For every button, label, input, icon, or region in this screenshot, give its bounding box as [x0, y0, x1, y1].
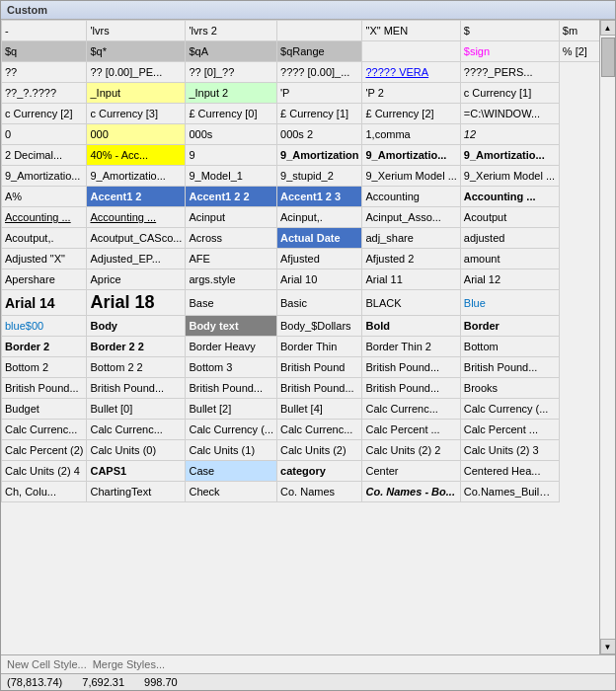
grid-cell[interactable]: £ Currency [2]: [362, 104, 460, 124]
grid-cell[interactable]: Arial 10: [277, 269, 362, 290]
grid-cell[interactable]: Border Thin 2: [362, 337, 460, 357]
grid-cell[interactable]: $q*: [87, 41, 186, 62]
grid-cell[interactable]: args.style: [186, 269, 277, 290]
grid-cell[interactable]: Border: [460, 316, 559, 337]
grid-cell[interactable]: 9_Amortization: [277, 145, 362, 166]
grid-cell[interactable]: adj_share: [362, 228, 460, 249]
grid-cell[interactable]: Apershare: [2, 269, 87, 290]
grid-cell[interactable]: [277, 21, 362, 41]
grid-cell[interactable]: Arial 11: [362, 269, 460, 290]
scrollbar[interactable]: ▲ ▼: [599, 20, 615, 654]
grid-cell[interactable]: [362, 41, 460, 62]
grid-cell[interactable]: Calc Currency (...: [460, 399, 559, 420]
grid-cell[interactable]: British Pound...: [87, 378, 186, 399]
grid-cell[interactable]: Border Heavy: [186, 337, 277, 357]
grid-cell[interactable]: Calc Units (0): [87, 440, 186, 461]
grid-cell[interactable]: Afjusted: [277, 249, 362, 269]
grid-cell[interactable]: £ Currency [1]: [277, 104, 362, 124]
grid-cell[interactable]: category: [277, 461, 362, 482]
grid-cell[interactable]: Budget: [2, 399, 87, 420]
grid-cell[interactable]: ?? [0]_??: [186, 62, 277, 83]
grid-cell[interactable]: $qRange: [277, 41, 362, 62]
grid-cell[interactable]: $sign: [460, 41, 559, 62]
grid-cell[interactable]: British Pound...: [277, 378, 362, 399]
grid-cell[interactable]: Calc Units (2): [277, 440, 362, 461]
grid-cell[interactable]: ????? VERA: [362, 62, 460, 83]
grid-cell[interactable]: Calc Units (1): [186, 440, 277, 461]
grid-cell[interactable]: $q: [2, 41, 87, 62]
grid-cell[interactable]: 9_Amortizatio...: [2, 166, 87, 187]
grid-cell[interactable]: % [2]: [559, 41, 599, 62]
grid-cell[interactable]: £ Currency [0]: [186, 104, 277, 124]
grid-cell[interactable]: 40% - Acc...: [87, 145, 186, 166]
grid-cell[interactable]: Accent1 2 2: [186, 187, 277, 207]
scroll-up-button[interactable]: ▲: [600, 20, 616, 36]
grid-cell[interactable]: Body_$Dollars: [277, 316, 362, 337]
grid-cell[interactable]: Bullet [4]: [277, 399, 362, 420]
grid-cell[interactable]: 'lvrs: [87, 21, 186, 41]
grid-cell[interactable]: Brooks: [460, 378, 559, 399]
grid-cell[interactable]: $qA: [186, 41, 277, 62]
grid-cell[interactable]: Acinput,.: [277, 207, 362, 228]
grid-cell[interactable]: 9_Amortizatio...: [460, 145, 559, 166]
grid-cell[interactable]: British Pound...: [460, 357, 559, 378]
grid-cell[interactable]: Actual Date: [277, 228, 362, 249]
grid-cell[interactable]: Co.Names_Buildup...: [460, 482, 559, 502]
grid-cell[interactable]: Basic: [277, 290, 362, 316]
grid-cell[interactable]: Calc Currency (...: [186, 420, 277, 440]
grid-cell[interactable]: 9_Xerium Model ...: [460, 166, 559, 187]
scroll-thumb[interactable]: [601, 38, 615, 77]
grid-cell[interactable]: Base: [186, 290, 277, 316]
grid-cell[interactable]: Acoutput,.: [2, 228, 87, 249]
grid-cell[interactable]: c Currency [1]: [460, 83, 559, 104]
grid-cell[interactable]: "X" MEN: [362, 21, 460, 41]
grid-cell[interactable]: $m: [559, 21, 599, 41]
grid-cell[interactable]: Body: [87, 316, 186, 337]
grid-cell[interactable]: Co. Names: [277, 482, 362, 502]
grid-cell[interactable]: Calc Percent (2): [2, 440, 87, 461]
grid-cell[interactable]: Body text: [186, 316, 277, 337]
grid-cell[interactable]: 'lvrs 2: [186, 21, 277, 41]
grid-cell[interactable]: Acoutput_CASco...: [87, 228, 186, 249]
grid-cell[interactable]: ??: [2, 62, 87, 83]
grid-cell[interactable]: Bullet [0]: [87, 399, 186, 420]
grid-cell[interactable]: Border Thin: [277, 337, 362, 357]
grid-cell[interactable]: Border 2: [2, 337, 87, 357]
grid-cell[interactable]: 000s: [186, 124, 277, 145]
grid-cell[interactable]: Acinput_Asso...: [362, 207, 460, 228]
grid-cell[interactable]: Across: [186, 228, 277, 249]
grid-cell[interactable]: =C:\WINDOW...: [460, 104, 559, 124]
grid-cell[interactable]: 'P 2: [362, 83, 460, 104]
grid-cell[interactable]: Arial 12: [460, 269, 559, 290]
grid-cell[interactable]: Arial 18: [87, 290, 186, 316]
grid-cell[interactable]: 0: [2, 124, 87, 145]
grid-cell[interactable]: Calc Currenc...: [277, 420, 362, 440]
grid-cell[interactable]: BLACK: [362, 290, 460, 316]
grid-cell[interactable]: Adjusted_EP...: [87, 249, 186, 269]
grid-cell[interactable]: Bullet [2]: [186, 399, 277, 420]
new-cell-style-button[interactable]: New Cell Style...: [7, 658, 87, 670]
grid-cell[interactable]: 2 Decimal...: [2, 145, 87, 166]
grid-cell[interactable]: 'P: [277, 83, 362, 104]
grid-cell[interactable]: Calc Currenc...: [87, 420, 186, 440]
grid-cell[interactable]: Aprice: [87, 269, 186, 290]
grid-cell[interactable]: Accounting ...: [2, 207, 87, 228]
grid-cell[interactable]: 12: [460, 124, 559, 145]
grid-cell[interactable]: Co. Names - Bo...: [362, 482, 460, 502]
grid-cell[interactable]: Bottom 2: [2, 357, 87, 378]
grid-cell[interactable]: Arial 14: [2, 290, 87, 316]
grid-cell[interactable]: blue$00: [2, 316, 87, 337]
grid-cell[interactable]: 9: [186, 145, 277, 166]
grid-cell[interactable]: Center: [362, 461, 460, 482]
grid-cell[interactable]: Bottom 2 2: [87, 357, 186, 378]
grid-cell[interactable]: Calc Percent ...: [362, 420, 460, 440]
grid-cell[interactable]: Acoutput: [460, 207, 559, 228]
grid-cell[interactable]: ???? [0.00]_...: [277, 62, 362, 83]
grid-cell[interactable]: British Pound...: [362, 357, 460, 378]
grid-cell[interactable]: _Input: [87, 83, 186, 104]
grid-cell[interactable]: CAPS1: [87, 461, 186, 482]
grid-cell[interactable]: Calc Currenc...: [2, 420, 87, 440]
grid-cell[interactable]: _Input 2: [186, 83, 277, 104]
grid-cell[interactable]: Bottom 3: [186, 357, 277, 378]
grid-cell[interactable]: Calc Percent ...: [460, 420, 559, 440]
